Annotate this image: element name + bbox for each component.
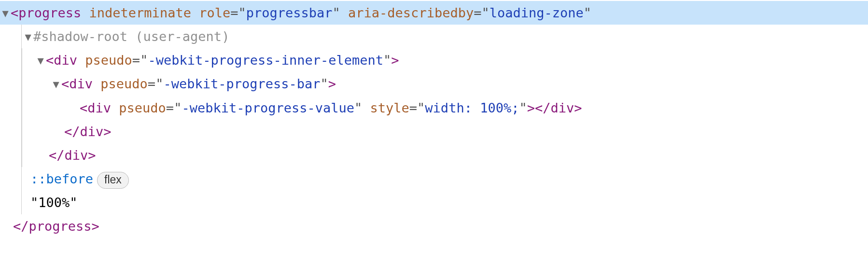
element-node-inner[interactable]: ▼<div pseudo="-webkit-progress-inner-ele…: [22, 48, 868, 72]
pseudo-before-label: ::before: [30, 171, 93, 186]
tag-name: div: [54, 53, 77, 68]
attr-style-value: width: 100%;: [425, 100, 519, 115]
attr-pseudo-value: -webkit-progress-bar: [163, 76, 320, 91]
element-node-value[interactable]: <div pseudo="-webkit-progress-value" sty…: [22, 96, 868, 120]
attr-pseudo-name: pseudo: [85, 53, 132, 68]
attr-indeterminate: indeterminate: [89, 5, 191, 20]
attr-pseudo-value: -webkit-progress-value: [182, 100, 354, 115]
close-tag-bar[interactable]: </div>: [22, 120, 868, 143]
chevron-down-icon[interactable]: ▼: [35, 51, 46, 70]
chevron-down-icon[interactable]: ▼: [23, 28, 33, 47]
text-node-value: "100%": [30, 195, 78, 210]
dom-tree: ▼<progress indeterminate role="progressb…: [0, 0, 868, 240]
close-tag-inner[interactable]: </div>: [22, 143, 868, 167]
text-node[interactable]: "100%": [22, 191, 868, 214]
attr-pseudo-name: pseudo: [119, 100, 166, 115]
shadow-root-label: #shadow-root (user-agent): [33, 29, 229, 44]
chevron-down-icon[interactable]: ▼: [51, 75, 61, 94]
element-node-bar[interactable]: ▼<div pseudo="-webkit-progress-bar">: [22, 72, 868, 96]
pseudo-element-before[interactable]: ::beforeflex: [22, 167, 868, 191]
attr-pseudo-name: pseudo: [100, 76, 148, 91]
angle-open: <: [11, 5, 18, 20]
attr-pseudo-value: -webkit-progress-inner-element: [148, 53, 383, 68]
attr-role-value: progressbar: [246, 5, 333, 20]
element-node-progress[interactable]: ▼<progress indeterminate role="progressb…: [0, 1, 868, 25]
attr-style-name: style: [370, 100, 409, 115]
attr-aria-value: loading-zone: [490, 5, 584, 20]
shadow-root-node[interactable]: ▼#shadow-root (user-agent): [22, 25, 868, 48]
attr-aria-name: aria-describedby: [348, 5, 474, 20]
flex-badge[interactable]: flex: [97, 172, 129, 189]
close-tag-progress[interactable]: </progress>: [0, 214, 868, 238]
chevron-down-icon[interactable]: ▼: [0, 4, 11, 23]
attr-role-name: role: [199, 5, 230, 20]
tag-name: progress: [18, 5, 81, 20]
tag-name: div: [87, 100, 111, 115]
tag-name: div: [69, 76, 93, 91]
